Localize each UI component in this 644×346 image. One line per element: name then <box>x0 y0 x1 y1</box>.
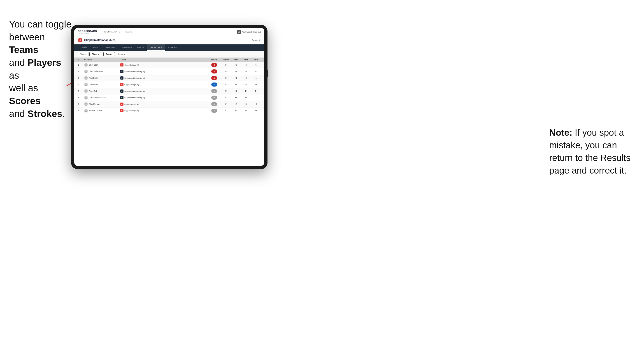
table-row: 1 Elliot Ebert C Clippd College [A] -8 F… <box>74 62 264 68</box>
cell-rd2: +7 <box>241 110 251 112</box>
cell-rd3: +6 <box>251 103 261 105</box>
toggle-scores[interactable]: Scores <box>104 52 115 56</box>
cell-total: E <box>208 82 221 87</box>
col-rd2: RD2 <box>241 59 251 61</box>
tab-leaderboards[interactable]: Leaderboards <box>147 44 165 51</box>
player-avatar <box>84 83 88 86</box>
toggle-strokes[interactable]: Strokes <box>116 52 127 56</box>
team-logo: S <box>120 89 124 93</box>
cell-rd2: E <box>241 90 251 92</box>
cell-rd1: +2 <box>231 110 241 112</box>
cell-thru: F <box>221 83 231 86</box>
cell-team: C Clippd College [A] <box>120 103 208 106</box>
nav-links: TOURNAMENTS TEAMS <box>101 28 134 36</box>
svg-point-9 <box>86 110 87 111</box>
cell-rank: 8 <box>78 110 84 112</box>
cell-rd2: +2 <box>241 96 251 99</box>
col-rank: # <box>78 59 84 61</box>
cell-rank: 5 <box>78 90 84 92</box>
svg-point-7 <box>86 96 87 98</box>
score-badge: +1 <box>211 89 217 93</box>
cell-thru: F <box>221 110 231 112</box>
ipad-screen: SCOREBOARD Powered by clippd TOURNAMENTS… <box>74 28 264 166</box>
cell-team: S Scoreboard University [A] <box>120 89 208 93</box>
cancel-button[interactable]: Cancel ✕ <box>252 39 261 41</box>
cell-rd3: E <box>251 90 261 92</box>
nav-link-tournaments[interactable]: TOURNAMENTS <box>101 28 122 36</box>
svg-point-6 <box>86 90 87 91</box>
cell-rd2: -6 <box>241 64 251 66</box>
tab-course-setup[interactable]: Course Setup <box>101 44 119 51</box>
ipad-device: SCOREBOARD Powered by clippd TOURNAMENTS… <box>71 25 268 169</box>
cell-thru: F <box>221 70 231 73</box>
cell-rank: 2 <box>78 70 84 73</box>
logo-text: SCOREBOARD <box>78 30 97 32</box>
user-text: Test User | <box>242 31 252 33</box>
sign-out-link[interactable]: Sign out <box>253 31 261 33</box>
svg-point-1 <box>238 31 240 32</box>
cell-rank: 3 <box>78 77 84 79</box>
cell-rd3: -1 <box>251 96 261 99</box>
score-badge: -2 <box>211 76 217 80</box>
score-badge: +8 <box>211 102 217 106</box>
player-avatar <box>84 63 88 67</box>
cell-total: +6 <box>208 96 221 100</box>
cell-rd1: +2 <box>231 103 241 105</box>
team-logo: S <box>120 96 124 99</box>
table-row: 8 Marcus Turners C Clippd College [A] +1… <box>74 108 264 114</box>
table-row: 4 David Ford C Clippd College [A] E F +1… <box>74 81 264 88</box>
toggle-teams[interactable]: Teams <box>78 52 88 56</box>
tab-details[interactable]: Details <box>78 44 90 51</box>
player-avatar <box>84 96 88 99</box>
cell-rd2: +5 <box>241 70 251 73</box>
cell-player: Blair McHarg <box>84 102 120 106</box>
table-header: # PLAYER TEAM TOTAL THRU RD1 RD2 RD3 <box>74 58 264 62</box>
cell-player: Marcus Turners <box>84 109 120 113</box>
team-logo: C <box>120 83 124 86</box>
cell-total: -4 <box>208 69 221 73</box>
cell-rd2: -4 <box>241 83 251 86</box>
cell-total: -2 <box>208 76 221 80</box>
tab-printables[interactable]: Printables <box>165 44 179 51</box>
cell-thru: F <box>221 103 231 105</box>
tab-tee-groups[interactable]: Tee Groups <box>119 44 135 51</box>
col-team: TEAM <box>120 59 208 61</box>
svg-point-5 <box>86 83 87 85</box>
cell-rd3: -5 <box>251 64 261 66</box>
table-row: 6 Cameron Robertson S Scoreboard Univers… <box>74 94 264 101</box>
score-badge: +11 <box>211 109 217 113</box>
cell-team: C Clippd College [A] <box>120 109 208 112</box>
toggle-players[interactable]: Players <box>90 52 101 56</box>
toggle-row: Teams Players Scores Strokes <box>74 51 264 58</box>
table-row: 3 Rich Butler S Scoreboard University [A… <box>74 75 264 81</box>
cell-rd3: +3 <box>251 83 261 86</box>
svg-point-8 <box>86 103 87 104</box>
nav-link-teams[interactable]: TEAMS <box>122 28 134 36</box>
score-badge: +6 <box>211 96 217 100</box>
logo-sub: Powered by clippd <box>78 32 97 34</box>
cell-rd3: +2 <box>251 110 261 112</box>
cell-team: S Scoreboard University [A] <box>120 96 208 99</box>
tournament-header: C Clippd Invitational (Men) Cancel ✕ <box>74 36 264 44</box>
cell-rd3: -4 <box>251 70 261 73</box>
player-avatar <box>84 89 88 93</box>
cell-team: C Clippd College [A] <box>120 63 208 66</box>
cell-rd1: +5 <box>231 96 241 99</box>
table-row: 5 Rees Britt S Scoreboard University [A]… <box>74 88 264 94</box>
svg-point-4 <box>86 77 87 78</box>
user-icon <box>237 30 241 34</box>
cell-thru: F <box>221 64 231 66</box>
cell-thru: F <box>221 96 231 99</box>
cell-player: Rees Britt <box>84 89 120 93</box>
ipad-side-button <box>268 70 268 77</box>
cell-player: Rich Butler <box>84 76 120 80</box>
cell-rd1: +1 <box>231 90 241 92</box>
left-annotation: You can toggle between Teams and Players… <box>9 18 72 120</box>
cell-total: -8 <box>208 63 221 67</box>
cell-total: +8 <box>208 102 221 106</box>
tab-results[interactable]: Results <box>135 44 147 51</box>
tab-teams[interactable]: Teams <box>90 44 101 51</box>
tournament-name: Clippd Invitational (Men) <box>84 38 116 42</box>
col-rd1: RD1 <box>231 59 241 61</box>
team-logo: S <box>120 70 124 73</box>
